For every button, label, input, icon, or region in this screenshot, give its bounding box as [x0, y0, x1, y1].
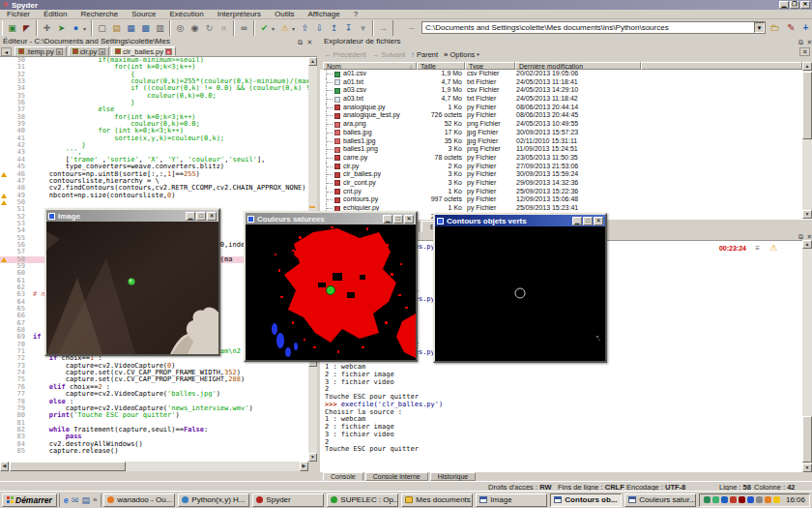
explorer-scrollbar[interactable]: ▲ ▼	[802, 62, 812, 219]
move-down-icon[interactable]: ↧	[341, 21, 356, 35]
taskbar-clock[interactable]: 16:06	[782, 495, 805, 504]
working-directory-combo[interactable]: C:\Documents and Settings\colette\Mes do…	[421, 21, 766, 34]
console-tab-historique[interactable]: Historique	[430, 472, 477, 481]
file-row-ara.png[interactable]: ara.png52 Kopng Fichier24/05/2013 10:49:…	[320, 120, 802, 129]
tray-messenger-icon[interactable]	[747, 496, 754, 503]
column-header-modified[interactable]: Dernière modification	[515, 62, 641, 70]
goto-icon[interactable]: ⌗	[217, 21, 231, 35]
editor-tab-clrpy[interactable]: clr.py✕	[69, 46, 110, 56]
more-tools-icon[interactable]: ▾	[356, 21, 370, 35]
column-header-name[interactable]: Nom△	[323, 62, 417, 70]
quick-settings-icon[interactable]: ●	[69, 21, 83, 35]
maximize-icon[interactable]: □	[583, 217, 593, 225]
indent-more-icon[interactable]: ⇩	[312, 21, 327, 35]
taskbar-button-wanadooou[interactable]: wanadoo - Ou...	[103, 493, 175, 507]
close-button[interactable]: ✕	[800, 1, 810, 9]
console-tab-console[interactable]: Console	[323, 472, 363, 481]
file-row-clr_balles.py[interactable]: clr_balles.py3 Kopy Fichier30/09/2013 15…	[320, 170, 802, 179]
scrollbar-thumb[interactable]	[802, 416, 812, 463]
explorer-parent-button[interactable]: ↑Parent	[411, 50, 438, 59]
tray-sound-icon[interactable]	[730, 496, 737, 503]
indent-less-icon[interactable]: ⇧	[298, 21, 312, 35]
tray-alert-icon[interactable]	[773, 496, 780, 503]
file-row-a01.csv[interactable]: a01.csv1,9 Mocsv Fichier20/02/2013 19:05…	[320, 70, 802, 78]
warnings-icon[interactable]: ⚠	[277, 21, 292, 35]
maximize-icon[interactable]: □	[393, 215, 403, 224]
minimize-icon[interactable]: ▁	[383, 215, 392, 224]
taskbar-button-contoursob[interactable]: Contours ob...	[550, 493, 622, 507]
start-button[interactable]: Démarrer	[2, 493, 57, 507]
menu-fichier[interactable]: Fichier	[0, 10, 37, 19]
column-header-size[interactable]: Taille	[417, 62, 465, 70]
move-up-icon[interactable]: ↥	[327, 21, 341, 35]
fullscreen-icon[interactable]: ▣	[5, 21, 19, 35]
mail-icon[interactable]: ✉	[72, 495, 79, 505]
console-scrollbar[interactable]: ▲ ▼	[802, 240, 812, 472]
taskbar-button-supelecop[interactable]: SUPELEC : Op...	[327, 493, 398, 507]
taskbar-button-pythonxyh[interactable]: Python(x,y) H...	[178, 493, 249, 507]
opencv-contours-window[interactable]: Contours objets verts ▁ □ ✕	[433, 213, 607, 363]
close-icon[interactable]: ✕	[594, 217, 603, 225]
minimize-button[interactable]: ▁	[779, 1, 789, 9]
scrollbar-thumb[interactable]	[10, 462, 126, 471]
explorer-options-button[interactable]: ≡Options▾	[444, 50, 479, 59]
file-row-carre.py[interactable]: carre.py78 octetspy Fichier23/05/2013 11…	[320, 154, 802, 163]
browse-folder-icon[interactable]: 🗀	[768, 21, 781, 34]
editor-horizontal-scrollbar[interactable]: ◀ ▶	[0, 462, 308, 471]
tray-antivirus-icon[interactable]	[704, 496, 710, 503]
file-row-clr_cont.py[interactable]: clr_cont.py3 Kopy Fichier29/09/2013 14:3…	[320, 179, 802, 188]
file-row-balles.jpg[interactable]: balles.jpg17 Kojpg Fichier30/09/2013 15:…	[320, 129, 802, 137]
file-row-analogique_test.py[interactable]: analogique_test.py726 octetspy Fichier08…	[320, 111, 802, 120]
explorer-forward-button[interactable]: →Suivant	[372, 50, 406, 59]
taskbar-button-image[interactable]: Image	[476, 493, 547, 507]
file-row-balles1.png[interactable]: balles1.png3 Kopng Fichier11/09/2013 15:…	[320, 145, 802, 154]
parent-directory-icon[interactable]: +	[799, 21, 812, 34]
menu-outils[interactable]: Outils	[268, 10, 301, 19]
save-icon[interactable]: ▦	[124, 21, 138, 35]
file-row-a03.txt[interactable]: a03.txt4,7 Motxt Fichier24/05/2013 11:18…	[320, 95, 802, 104]
file-row-analogique.py[interactable]: analogique.py1 Kopy Fichier08/06/2013 20…	[320, 104, 802, 112]
file-row-a03.csv[interactable]: a03.csv1,9 Mocsv Fichier24/05/2013 14:29…	[320, 86, 802, 95]
open-file-icon[interactable]: ▤	[109, 21, 124, 35]
find-in-files-icon[interactable]: ◉	[188, 21, 202, 35]
show-desktop-icon[interactable]: ▤	[81, 495, 90, 505]
tray-power-icon[interactable]	[765, 496, 771, 503]
explore-here-icon[interactable]: ✎	[785, 21, 798, 34]
scrollbar-thumb[interactable]	[802, 72, 812, 139]
close-icon[interactable]: ✕	[404, 215, 414, 224]
taskbar-button-spyder[interactable]: Spyder	[252, 493, 324, 507]
opencv-saturated-window[interactable]: Couleurs saturees ▁ □ ✕	[244, 211, 418, 362]
tab-close-icon[interactable]: ✕	[165, 48, 172, 55]
close-icon[interactable]: ✕	[207, 212, 217, 221]
preferences-icon[interactable]: ✚	[40, 21, 54, 35]
find-icon[interactable]: ◎	[173, 21, 188, 35]
run-icon[interactable]: ∞	[237, 21, 251, 35]
file-row-contours.py[interactable]: contours.py997 octetspy Fichier12/09/201…	[320, 195, 802, 204]
maximize-icon[interactable]: □	[196, 212, 206, 221]
menu-affichage[interactable]: Affichage	[301, 10, 346, 19]
taskbar-button-couleurssatur[interactable]: Couleurs satur...	[624, 493, 696, 507]
tray-network-icon[interactable]	[756, 496, 763, 503]
console-options-icon[interactable]: ≡	[755, 244, 760, 253]
title-bar[interactable]: ✳ Spyder ▁ ❐ ✕	[0, 0, 812, 10]
file-row-clr.py[interactable]: clr.py2 Kopy Fichier27/09/2013 21:53:06	[320, 163, 802, 171]
taskbar-button-mesdocuments[interactable]: Mes documents	[401, 493, 473, 507]
minimize-icon[interactable]: ▁	[186, 212, 195, 221]
new-file-icon[interactable]: ▢	[95, 21, 109, 35]
column-header-type[interactable]: Type	[465, 62, 515, 70]
explorer-back-button[interactable]: ←Précédent	[324, 50, 366, 59]
tray-display-icon[interactable]	[721, 496, 728, 503]
tab-close-icon[interactable]: ✕	[99, 48, 105, 55]
file-list[interactable]: a01.csv1,9 Mocsv Fichier20/02/2013 19:05…	[320, 70, 802, 219]
replace-icon[interactable]: ↻	[202, 21, 217, 35]
save-all-icon[interactable]: ▩	[138, 21, 153, 35]
update-path-icon[interactable]: ➤	[54, 21, 69, 35]
tab-close-icon[interactable]: ✕	[56, 48, 63, 55]
minimize-icon[interactable]: ▁	[572, 217, 582, 225]
tray-security-icon[interactable]	[739, 496, 745, 503]
opencv-image-window[interactable]: Image ▁ □ ✕	[44, 208, 220, 356]
restore-button[interactable]: ❐	[790, 1, 799, 9]
spyder-logo-icon[interactable]: ◤	[19, 21, 34, 35]
editor-tab-temppy[interactable]: .temp.py✕	[14, 46, 67, 56]
menu-interprteurs[interactable]: Interpréteurs	[211, 10, 268, 19]
